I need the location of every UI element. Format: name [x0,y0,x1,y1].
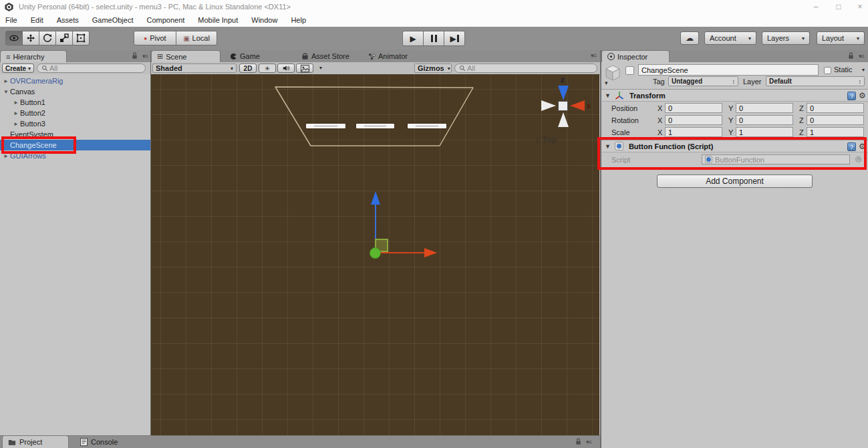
effects-caret-icon[interactable]: ▾ [319,65,322,71]
tab-asset-store[interactable]: Asset Store [296,50,355,62]
hierarchy-item-eventsystem[interactable]: EventSystem [0,129,150,140]
x-axis-cone[interactable] [570,100,585,111]
scene-viewport[interactable]: z x ≤ Top [151,74,599,436]
hand-tool-button[interactable] [5,31,23,45]
layout-dropdown[interactable]: Layout ▾ [817,31,865,45]
scene-button-1[interactable] [306,124,345,128]
foldout-icon[interactable]: ► [3,78,10,84]
menu-file[interactable]: File [0,14,24,27]
tab-console[interactable]: Console [75,435,123,448]
tab-project[interactable]: Project [2,435,69,448]
cloud-button[interactable]: ☁ [680,31,699,45]
menu-gameobject[interactable]: GameObject [86,14,140,27]
menu-edit[interactable]: Edit [24,14,50,27]
2d-toggle-button[interactable]: 2D [239,64,257,73]
foldout-icon[interactable]: ▼ [605,92,611,99]
account-dropdown[interactable]: Account ▾ [704,31,756,45]
scale-tool-button[interactable] [55,31,73,45]
lock-icon[interactable] [131,51,138,60]
minimize-button[interactable]: – [806,0,826,13]
pause-button[interactable] [423,31,444,46]
gameobject-name-field[interactable]: ChangeScene [638,64,819,76]
play-button[interactable]: ▶ [402,31,424,46]
gizmo-center-cube[interactable] [558,101,568,111]
object-picker-icon[interactable]: ◎ [855,154,862,163]
rotation-y-field[interactable]: 0 [736,115,793,125]
hierarchy-item-button3[interactable]: ►Button3 [0,118,150,129]
menu-assets[interactable]: Assets [50,14,86,27]
hierarchy-item-ovrcamerarig[interactable]: ►OVRCameraRig [0,76,150,86]
local-toggle-button[interactable]: ▣ Local [176,31,217,45]
tag-dropdown[interactable]: Untagged ↕ [668,76,738,86]
layers-dropdown[interactable]: Layers ▾ [762,31,810,45]
gizmo-x-arrow-icon[interactable] [424,248,437,257]
west-axis-cone[interactable] [541,100,556,111]
static-checkbox[interactable] [824,67,831,74]
create-dropdown[interactable]: Create ▾ [2,64,34,73]
hierarchy-item-button2[interactable]: ►Button2 [0,108,150,118]
position-z-field[interactable]: 0 [807,103,864,113]
foldout-icon[interactable]: ▼ [605,143,611,150]
foldout-icon[interactable]: ► [3,153,10,159]
shaded-dropdown[interactable]: Shaded ▾ [152,64,237,73]
lock-icon[interactable] [575,437,582,446]
hierarchy-item-changescene[interactable]: ChangeScene [0,140,150,150]
hierarchy-item-guiarrows[interactable]: ►GUIArrows [0,150,150,161]
panel-menu-icon[interactable]: ▾≡ [142,53,148,60]
panel-menu-icon[interactable]: ▾≡ [859,53,864,60]
transform-header[interactable]: ▼ Transform ? ⚙ [601,89,868,102]
foldout-icon[interactable]: ► [13,110,20,116]
view-angle-label[interactable]: Top [543,135,557,144]
hierarchy-item-canvas[interactable]: ▼Canvas [0,86,150,97]
gizmo-y-arrow-icon[interactable] [371,191,380,205]
gizmo-origin-dot[interactable] [370,247,381,259]
position-y-field[interactable]: 0 [736,103,793,113]
gameobject-foldout-icon[interactable]: ▾ [605,80,608,86]
script-component-header[interactable]: ▼ Button Function (Script) ? ⚙ [601,140,868,152]
move-tool-button[interactable] [22,31,39,45]
hierarchy-item-button1[interactable]: ►Button1 [0,97,150,108]
menu-mobile-input[interactable]: Mobile Input [191,14,245,27]
panel-menu-icon[interactable]: ▾≡ [586,439,591,445]
position-x-field[interactable]: 0 [665,103,722,113]
menu-component[interactable]: Component [140,14,191,27]
gear-icon[interactable]: ⚙ [859,91,866,100]
rotation-z-field[interactable]: 0 [807,115,864,125]
gizmos-dropdown[interactable]: Gizmos ▾ [414,64,452,73]
z-axis-cone[interactable] [558,86,569,100]
lock-icon[interactable] [847,51,855,60]
layer-dropdown[interactable]: Default ↕ [766,76,865,86]
tab-inspector[interactable]: Inspector [601,50,670,62]
scene-button-3[interactable] [408,124,446,128]
help-icon[interactable]: ? [847,142,856,151]
help-icon[interactable]: ? [847,92,856,100]
scale-x-field[interactable]: 1 [665,127,722,137]
foldout-icon[interactable]: ► [13,100,20,106]
scene-search-input[interactable]: All [454,64,597,73]
tab-scene[interactable]: ⊞ Scene [151,50,221,62]
menu-window[interactable]: Window [245,14,284,27]
tab-animator[interactable]: Animator [363,50,413,62]
tab-game[interactable]: Game [225,50,265,62]
audio-toggle-button[interactable] [277,64,295,73]
hierarchy-search-input[interactable]: All [37,64,146,73]
gear-icon[interactable]: ⚙ [859,142,866,151]
tab-hierarchy[interactable]: ≡ Hierarchy [0,50,67,62]
rotate-tool-button[interactable] [39,31,56,45]
scale-z-field[interactable]: 1 [807,127,864,137]
foldout-icon[interactable]: ▼ [3,89,10,95]
south-axis-cone[interactable] [558,112,569,127]
static-caret-icon[interactable]: ▾ [862,67,865,73]
lighting-toggle-button[interactable]: ☀ [259,64,276,73]
scale-y-field[interactable]: 1 [736,127,793,137]
active-checkbox[interactable] [625,66,634,75]
scene-button-2[interactable] [356,124,394,128]
maximize-button[interactable]: □ [829,0,849,13]
add-component-button[interactable]: Add Component [657,175,813,188]
foldout-icon[interactable]: ► [13,121,20,127]
script-object-field[interactable]: ButtonFunction [702,154,850,164]
panel-menu-icon[interactable]: ▾≡ [591,52,596,59]
effects-toggle-button[interactable] [296,64,313,73]
menu-help[interactable]: Help [284,14,313,27]
close-button[interactable]: × [850,0,868,13]
